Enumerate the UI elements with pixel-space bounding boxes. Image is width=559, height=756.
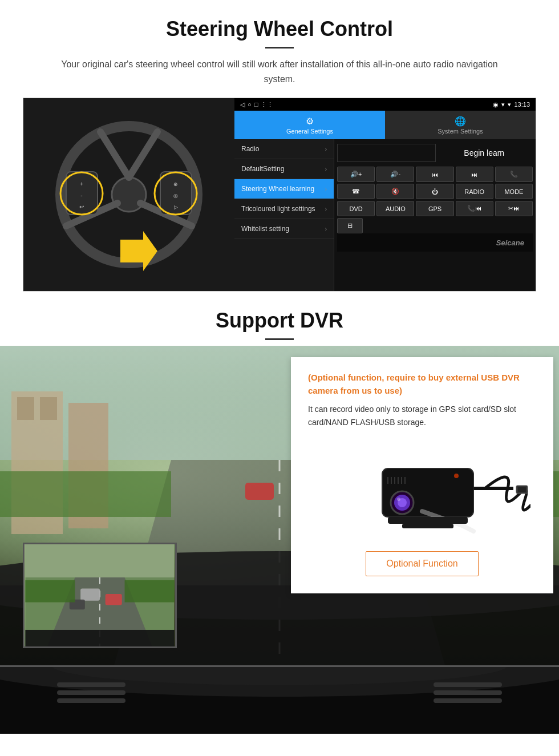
dvr-body-text: It can record video only to storage in G… bbox=[308, 403, 536, 428]
power-button[interactable]: ⏻ bbox=[416, 184, 453, 199]
menu-item-tricoloured[interactable]: Tricoloured light settings › bbox=[234, 199, 334, 219]
menu-item-whitelist[interactable]: Whitelist setting › bbox=[234, 219, 334, 239]
begin-learn-button[interactable]: Begin learn bbox=[464, 148, 504, 157]
svg-text:+: + bbox=[80, 181, 83, 187]
svg-rect-19 bbox=[17, 397, 34, 420]
dashboard-svg bbox=[0, 665, 559, 734]
svg-rect-38 bbox=[25, 580, 75, 603]
chevron-icon: › bbox=[325, 206, 327, 212]
next-track-button[interactable]: ⏭ bbox=[456, 167, 493, 182]
tab-general-settings[interactable]: ⚙ General Settings bbox=[234, 111, 385, 139]
signal-icon: ▾ bbox=[508, 101, 511, 108]
gps-button[interactable]: GPS bbox=[416, 201, 453, 216]
control-buttons-grid: 🔊+ 🔊- ⏮ ⏭ 📞 ☎ 🔇 ⏻ RADIO MODE bbox=[337, 167, 533, 233]
general-settings-icon: ⚙ bbox=[306, 116, 314, 127]
chevron-icon: › bbox=[325, 166, 327, 172]
recents-icon: □ bbox=[254, 101, 258, 108]
hangup-button[interactable]: ☎ bbox=[337, 184, 375, 199]
tab-general-settings-label: General Settings bbox=[286, 128, 333, 135]
dvr-title: Support DVR bbox=[23, 309, 536, 333]
phone-button[interactable]: 📞 bbox=[495, 167, 533, 182]
tab-system-settings-label: System Settings bbox=[438, 128, 483, 135]
chevron-icon: › bbox=[325, 186, 327, 192]
audio-button[interactable]: AUDIO bbox=[376, 201, 414, 216]
clock: 13:13 bbox=[514, 101, 530, 108]
svg-rect-39 bbox=[125, 580, 175, 603]
dvd-button[interactable]: DVD bbox=[337, 201, 375, 216]
dvr-optional-notice: (Optional function, require to buy exter… bbox=[308, 371, 536, 397]
android-content: Begin learn 🔊+ 🔊- ⏮ ⏭ 📞 ☎ bbox=[334, 139, 536, 291]
btn-row-2: ☎ 🔇 ⏻ RADIO MODE bbox=[337, 184, 533, 199]
svg-rect-24 bbox=[0, 471, 171, 517]
svg-line-3 bbox=[129, 132, 157, 177]
system-settings-icon: 🌐 bbox=[455, 116, 466, 127]
support-dvr-section: Support DVR bbox=[0, 292, 559, 734]
btn-row-4: ⊟ bbox=[337, 218, 533, 233]
prev-track-button[interactable]: ⏮ bbox=[416, 167, 453, 182]
dvr-inset-screen bbox=[23, 543, 177, 648]
section1-title: Steering Wheel Control bbox=[23, 17, 536, 41]
dashboard-strip bbox=[0, 665, 559, 734]
car-ui-composite: + - ↩ ⊕ ◎ ▷ ◁ ○ bbox=[23, 98, 536, 292]
svg-text:▷: ▷ bbox=[174, 204, 178, 210]
cut-next-button[interactable]: ✂⏭ bbox=[495, 201, 533, 216]
section1-subtitle: Your original car's steering wheel contr… bbox=[46, 57, 513, 86]
svg-rect-40 bbox=[25, 630, 174, 646]
svg-rect-61 bbox=[57, 690, 125, 695]
svg-rect-65 bbox=[434, 698, 502, 703]
mode-button[interactable]: MODE bbox=[495, 184, 533, 199]
android-ui-panel: ◁ ○ □ ⋮⋮ ◉ ▾ ▾ 13:13 ⚙ General Settings bbox=[234, 98, 536, 291]
svg-text:↩: ↩ bbox=[79, 204, 84, 210]
mute-button[interactable]: 🔇 bbox=[376, 184, 414, 199]
android-body: Radio › DefaultSetting › Steering Wheel … bbox=[234, 139, 536, 291]
svg-point-54 bbox=[454, 474, 459, 478]
svg-rect-63 bbox=[434, 682, 502, 687]
dvr-header: Support DVR bbox=[0, 292, 559, 340]
btn-row-3: DVD AUDIO GPS 📞⏮ ✂⏭ bbox=[337, 201, 533, 216]
tab-system-settings[interactable]: 🌐 System Settings bbox=[385, 111, 536, 139]
menu-item-radio-label: Radio bbox=[241, 145, 259, 153]
steering-wheel-section: Steering Wheel Control Your original car… bbox=[0, 0, 559, 292]
vol-up-button[interactable]: 🔊+ bbox=[337, 167, 375, 182]
status-icons: ◉ ▾ ▾ 13:13 bbox=[493, 101, 530, 108]
menu-item-default-setting[interactable]: DefaultSetting › bbox=[234, 159, 334, 179]
btn-row-1: 🔊+ 🔊- ⏮ ⏭ 📞 bbox=[337, 167, 533, 182]
back-icon: ◁ bbox=[240, 101, 245, 108]
svg-rect-32 bbox=[25, 544, 174, 577]
home-icon: ○ bbox=[248, 101, 252, 108]
svg-line-2 bbox=[100, 132, 129, 177]
menu-item-radio[interactable]: Radio › bbox=[234, 139, 334, 159]
section1-divider bbox=[265, 47, 294, 48]
svg-rect-26 bbox=[245, 483, 274, 500]
begin-learn-area: Begin learn bbox=[436, 148, 533, 157]
svg-marker-16 bbox=[120, 231, 157, 271]
optional-function-button[interactable]: Optional Function bbox=[366, 551, 478, 576]
dvr-camera-svg bbox=[314, 437, 530, 540]
svg-text:◎: ◎ bbox=[173, 193, 178, 199]
location-icon: ◉ bbox=[493, 101, 499, 108]
nav-icons: ◁ ○ □ ⋮⋮ bbox=[240, 101, 273, 108]
menu-item-steering-label: Steering Wheel learning bbox=[241, 185, 314, 193]
inset-screen-svg bbox=[25, 544, 175, 646]
svg-rect-64 bbox=[434, 690, 502, 695]
wifi-icon: ▾ bbox=[501, 101, 505, 108]
radio-button[interactable]: RADIO bbox=[456, 184, 493, 199]
phone-prev-button[interactable]: 📞⏮ bbox=[456, 201, 493, 216]
svg-rect-20 bbox=[40, 397, 57, 420]
dvr-camera-image bbox=[314, 437, 530, 540]
svg-rect-60 bbox=[57, 682, 125, 687]
svg-rect-55 bbox=[388, 517, 468, 524]
svg-rect-36 bbox=[106, 594, 122, 605]
menu-item-default-label: DefaultSetting bbox=[241, 165, 284, 173]
svg-point-53 bbox=[397, 498, 400, 501]
menu-item-whitelist-label: Whitelist setting bbox=[241, 225, 289, 233]
android-footer: Seicane bbox=[337, 233, 533, 252]
android-menu: Radio › DefaultSetting › Steering Wheel … bbox=[234, 139, 334, 291]
svg-rect-62 bbox=[57, 698, 125, 703]
menu-item-steering-wheel[interactable]: Steering Wheel learning › bbox=[234, 179, 334, 199]
extra-button[interactable]: ⊟ bbox=[337, 218, 363, 233]
content-top-row: Begin learn bbox=[337, 142, 533, 164]
svg-rect-56 bbox=[402, 524, 453, 528]
vol-down-button[interactable]: 🔊- bbox=[376, 167, 414, 182]
yellow-arrow-icon bbox=[115, 228, 160, 274]
